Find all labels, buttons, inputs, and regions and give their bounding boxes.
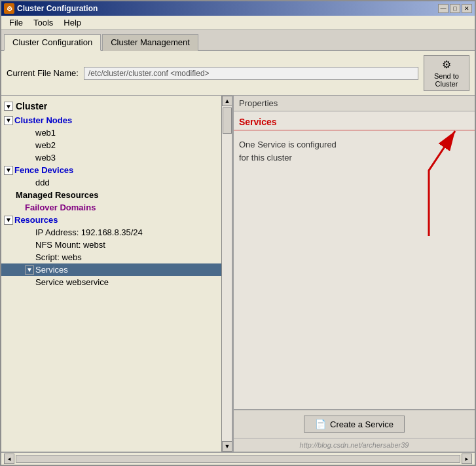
cluster-label: Cluster (16, 101, 47, 111)
properties-content: Services One Service is configured for t… (234, 111, 475, 409)
managed-resources-label: Managed Resources (16, 190, 98, 200)
menu-help[interactable]: Help (58, 16, 86, 29)
tree-root-cluster[interactable]: ▼ Cluster (1, 98, 221, 114)
cluster-expander[interactable]: ▼ (4, 102, 13, 111)
tree-ip-address[interactable]: IP Address: 192.168.8.35/24 (1, 226, 221, 239)
resources-expander[interactable]: ▼ (4, 216, 13, 225)
tab-cluster-configuration[interactable]: Cluster Configuration (4, 34, 101, 51)
tree-cluster-nodes[interactable]: ▼ Cluster Nodes (1, 114, 221, 126)
send-to-cluster-button[interactable]: ⚙ Send toCluster (424, 55, 469, 91)
window-controls: — □ ✕ (438, 4, 472, 13)
failover-domains-label: Failover Domains (25, 203, 96, 212)
send-gear-icon: ⚙ (442, 58, 451, 71)
maximize-button[interactable]: □ (450, 4, 460, 13)
tree-fence-devices[interactable]: ▼ Fence Devices (1, 164, 221, 176)
scroll-down-button[interactable]: ▼ (222, 441, 232, 452)
tree-inner: ▼ Cluster ▼ Cluster Nodes web1 web2 web3 (1, 96, 221, 291)
create-service-icon: 📄 (315, 419, 326, 429)
close-button[interactable]: ✕ (462, 4, 472, 13)
filename-input[interactable] (84, 67, 418, 80)
tree-web3[interactable]: web3 (1, 151, 221, 164)
service-webservice-label: Service webservice (35, 277, 109, 287)
script-label: Script: webs (35, 252, 82, 262)
scroll-left-button[interactable]: ◄ (4, 454, 14, 464)
scroll-track (222, 106, 232, 441)
scroll-thumb[interactable] (223, 107, 232, 134)
tree-script[interactable]: Script: webs (1, 251, 221, 263)
watermark: http://blog.csdn.net/archersaber39 (234, 438, 475, 452)
minimize-button[interactable]: — (438, 4, 449, 13)
window-title: Cluster Configuration (17, 4, 438, 13)
tab-cluster-management[interactable]: Cluster Management (102, 34, 198, 51)
filename-label: Current File Name: (7, 68, 79, 78)
services-expander[interactable]: ▼ (25, 265, 34, 275)
tree-resources[interactable]: ▼ Resources (1, 214, 221, 226)
ddd-label: ddd (35, 178, 50, 187)
menu-tools[interactable]: Tools (28, 16, 58, 29)
tree-pane: ▼ Cluster ▼ Cluster Nodes web1 web2 web3 (1, 96, 234, 452)
tree-scrollbar[interactable]: ▲ ▼ (221, 96, 232, 452)
resources-label: Resources (14, 215, 58, 225)
tree-managed-resources[interactable]: Managed Resources (1, 189, 221, 201)
app-icon: ⚙ (4, 3, 14, 14)
send-to-cluster-label: Send toCluster (434, 72, 459, 88)
web3-label: web3 (35, 153, 56, 163)
services-label: Services (35, 265, 68, 275)
tree-failover-domains[interactable]: Failover Domains (1, 201, 221, 214)
fence-devices-label: Fence Devices (14, 165, 73, 175)
ip-address-label: IP Address: 192.168.8.35/24 (35, 227, 143, 237)
fence-devices-expander[interactable]: ▼ (4, 166, 13, 175)
service-description: One Service is configured for this clust… (234, 130, 475, 172)
cluster-nodes-expander[interactable]: ▼ (4, 116, 13, 125)
tree-web1[interactable]: web1 (1, 126, 221, 139)
properties-header: Properties (234, 96, 475, 111)
tree-ddd[interactable]: ddd (1, 176, 221, 189)
create-service-bar: 📄 Create a Service (234, 409, 475, 438)
web1-label: web1 (35, 128, 56, 138)
main-content: ▼ Cluster ▼ Cluster Nodes web1 web2 web3 (1, 95, 475, 452)
tree-web2[interactable]: web2 (1, 139, 221, 151)
horizontal-scroll-track[interactable] (16, 455, 460, 463)
services-section-label: Services (234, 111, 475, 130)
service-description-line1: One Service is configured (239, 140, 337, 149)
right-pane: Properties Services One Service is confi… (234, 96, 475, 452)
tree-service-webservice[interactable]: Service webservice (1, 276, 221, 288)
nfs-mount-label: NFS Mount: webst (35, 240, 105, 250)
create-service-button[interactable]: 📄 Create a Service (304, 416, 405, 433)
service-description-line2: for this cluster (239, 153, 292, 163)
tree-nfs-mount[interactable]: NFS Mount: webst (1, 239, 221, 251)
create-service-label: Create a Service (330, 419, 394, 429)
scroll-right-button[interactable]: ► (462, 454, 472, 464)
menu-bar: File Tools Help (1, 16, 475, 30)
menu-file[interactable]: File (4, 16, 28, 29)
main-window: ⚙ Cluster Configuration — □ ✕ File Tools… (0, 0, 476, 466)
filename-bar: Current File Name: ⚙ Send toCluster (1, 51, 475, 95)
web2-label: web2 (35, 140, 56, 150)
tabs-bar: Cluster Configuration Cluster Management (1, 30, 475, 51)
tree-services[interactable]: ▼ Services (1, 263, 221, 276)
bottom-bar: ◄ ► (1, 452, 475, 465)
cluster-nodes-label: Cluster Nodes (14, 115, 72, 125)
scroll-up-button[interactable]: ▲ (222, 96, 232, 106)
title-bar: ⚙ Cluster Configuration — □ ✕ (1, 1, 475, 16)
